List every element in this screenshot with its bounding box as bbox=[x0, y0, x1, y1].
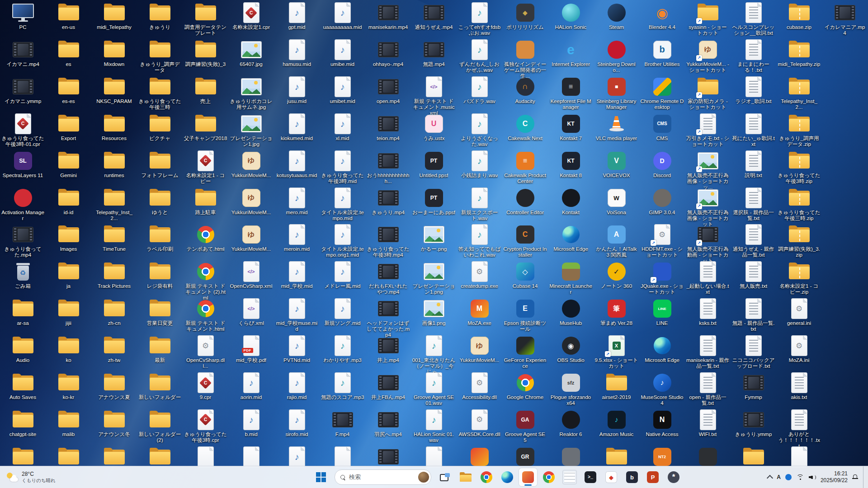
desktop-icon[interactable]: ✓ノートン 360 bbox=[594, 260, 638, 289]
desktop-icon[interactable]: ゆYukkuriMovieM... bbox=[229, 187, 273, 216]
desktop-icon[interactable]: 新しいフォルダー (2) bbox=[138, 408, 182, 443]
desktop-icon[interactable]: ♪Amazon Music bbox=[594, 408, 638, 437]
desktop-icon[interactable]: 選択肢 - 親作品一覧.txt bbox=[731, 187, 775, 221]
desktop-icon[interactable]: Fymmp bbox=[731, 371, 775, 400]
desktop-icon[interactable]: ♪答え知ってでもばいわこれ.wav bbox=[458, 223, 501, 258]
desktop-icon[interactable]: SLSpectraLayers 11 bbox=[1, 150, 45, 178]
desktop-icon[interactable]: 売上 bbox=[184, 75, 227, 104]
desktop-icon[interactable]: TimeTune bbox=[92, 223, 136, 252]
desktop-icon[interactable]: ♪Groove Agent SE 01.wav bbox=[412, 371, 456, 406]
desktop-icon[interactable]: midi_Telepathy.zip bbox=[777, 38, 821, 67]
desktop-icon[interactable]: ゆYukkuriMovieM... bbox=[229, 223, 273, 252]
desktop-icon[interactable]: ♪aorin.mid bbox=[229, 371, 273, 400]
desktop-icon[interactable]: 通知うぜえ.mp4 bbox=[412, 1, 456, 30]
desktop-icon[interactable]: かるー.png bbox=[412, 223, 456, 252]
desktop-icon[interactable]: きゅうり食ってた午後三時.zip bbox=[777, 187, 821, 221]
desktop-icon[interactable]: PTUntitled.ppsf bbox=[412, 150, 456, 178]
desktop-icon[interactable]: きゅうり食ってた.mp4 bbox=[1, 223, 45, 258]
desktop-icon[interactable]: ko-kr bbox=[47, 371, 90, 400]
desktop-icon[interactable]: cubase.zip bbox=[777, 1, 821, 30]
desktop-icon[interactable]: Telepathy_Inst_2... bbox=[92, 187, 136, 221]
desktop-icon[interactable]: Reaktor 6 bbox=[549, 408, 593, 437]
desktop-icon[interactable]: NNative Access bbox=[640, 408, 684, 437]
desktop-icon[interactable]: ≡Keepforest File Manager bbox=[549, 75, 593, 110]
desktop-icon[interactable]: ja bbox=[47, 260, 90, 289]
desktop-icon[interactable]: WIFI.txt bbox=[686, 408, 730, 437]
desktop-icon[interactable]: ohhayo-.mp4 bbox=[366, 38, 410, 67]
desktop-icon[interactable]: 井上FBん.mp4 bbox=[366, 371, 410, 400]
desktop-icon[interactable]: manisekarin - 親作品一覧.txt bbox=[686, 334, 730, 369]
taskbar-app-terminal[interactable]: >_ bbox=[581, 468, 599, 486]
desktop-icon[interactable]: Microsoft Edge bbox=[640, 334, 684, 363]
desktop-icon[interactable]: GIMP 3.0.4 bbox=[640, 187, 684, 216]
desktop-icon[interactable]: ♪gpt.mid bbox=[275, 1, 319, 30]
taskbar-app-file-explorer[interactable] bbox=[457, 468, 475, 486]
desktop-icon[interactable]: bBrother Utilities bbox=[640, 38, 684, 67]
desktop-icon[interactable] bbox=[138, 446, 182, 468]
desktop-icon[interactable]: ↗万引きメモ.txt - ショートカット bbox=[686, 113, 730, 147]
desktop-icon[interactable]: GeForce Experience bbox=[503, 334, 547, 369]
desktop-icon[interactable]: テンポあて.html bbox=[184, 223, 227, 252]
desktop-icon[interactable]: manisekarin.mp4 bbox=[366, 1, 410, 30]
desktop-icon[interactable]: ♪b.mid bbox=[229, 408, 273, 437]
desktop-icon[interactable]: ↗無人販売不正行為 画像 - ショートカッ... bbox=[686, 150, 730, 190]
desktop-icon[interactable]: ↗JQuake.exe - ショートカット bbox=[640, 260, 684, 295]
desktop-icon[interactable]: zh-tw bbox=[92, 334, 136, 363]
desktop-icon[interactable]: ♪ bbox=[275, 446, 319, 468]
desktop-icon[interactable]: ⚙↗HDDFMT.exe - ショートカット bbox=[640, 223, 684, 258]
desktop-icon[interactable]: open.mp4 bbox=[366, 75, 410, 104]
desktop-icon[interactable]: DDiscord bbox=[640, 150, 684, 178]
desktop-icon[interactable]: 説明.txt bbox=[731, 150, 775, 178]
desktop-icon[interactable]: ♪こってehすオfdsbぶお.wav bbox=[458, 1, 501, 36]
desktop-icon[interactable]: ♪mero.mid bbox=[275, 187, 319, 216]
taskbar-app-task-view[interactable] bbox=[436, 468, 454, 486]
desktop-icon[interactable]: 新規 テキスト ドキュメント (2).html bbox=[184, 260, 227, 301]
desktop-icon[interactable]: runtimes bbox=[92, 150, 136, 178]
desktop-icon[interactable]: ◇Cubase 14 bbox=[503, 260, 547, 289]
show-desktop-button[interactable] bbox=[863, 466, 865, 488]
desktop-icon[interactable]: CCrypton Product Installer bbox=[503, 223, 547, 258]
notification-bell-icon[interactable] bbox=[852, 474, 859, 480]
desktop-icon[interactable]: ♪メドレー風.mid bbox=[321, 260, 364, 289]
desktop-icon[interactable]: CCakewalk Next bbox=[503, 113, 547, 141]
desktop-icon[interactable]: ♪rajio.mid bbox=[275, 371, 319, 400]
desktop-icon[interactable]: ♪uaaaaaaaaa.mid bbox=[321, 1, 364, 30]
desktop-icon[interactable] bbox=[1, 446, 45, 468]
desktop-icon[interactable]: Track Pictures bbox=[92, 260, 136, 289]
desktop-icon[interactable]: ♪mid_学校.mid bbox=[275, 260, 319, 289]
desktop-icon[interactable] bbox=[92, 446, 136, 468]
desktop-icon[interactable]: EEpson 接続診断ツール bbox=[503, 297, 547, 332]
desktop-icon[interactable]: ⚙createdump.exe bbox=[458, 260, 501, 289]
desktop-icon[interactable]: ゆうと bbox=[138, 187, 182, 216]
desktop-icon[interactable]: ♪mid_学校muse.mid bbox=[275, 297, 319, 332]
desktop-icon[interactable]: KTKontakt 7 bbox=[549, 113, 593, 141]
desktop-icon[interactable]: VLC media player bbox=[594, 113, 638, 141]
desktop-icon[interactable]: ∩Audacity bbox=[503, 75, 547, 104]
desktop-icon[interactable]: ♪meroin.mid bbox=[275, 223, 319, 252]
desktop-icon[interactable]: ♻ごみ箱 bbox=[1, 260, 45, 289]
desktop-icon[interactable]: ♪きゅうり食ってた午後3時.mid bbox=[321, 150, 364, 184]
desktop-icon[interactable]: VVOICEVOX bbox=[594, 150, 638, 178]
desktop-icon[interactable]: open - 親作品一覧.txt bbox=[686, 371, 730, 406]
desktop-icon[interactable]: 孤独なインディーゲーム開発者の一生... bbox=[503, 38, 547, 79]
desktop-icon[interactable]: _起動しない場合.txt bbox=[686, 260, 730, 295]
desktop-icon[interactable]: teion.mp4 bbox=[366, 113, 410, 141]
taskbar-app-chrome-profile-2[interactable] bbox=[540, 468, 558, 486]
desktop-icon[interactable]: </>OpenCvSharp.xml bbox=[229, 260, 273, 289]
desktop-icon[interactable]: ♪kotusytuaaus.mid bbox=[275, 150, 319, 178]
desktop-icon[interactable] bbox=[47, 446, 90, 468]
desktop-icon[interactable]: Steinberg Downlo... bbox=[594, 38, 638, 73]
taskbar-app-chrome[interactable] bbox=[477, 468, 495, 486]
desktop-icon[interactable]: ♪HALion Sonic 01.wav bbox=[412, 408, 456, 443]
desktop-icon[interactable]: ゆYukkuriMovieM... bbox=[458, 334, 501, 363]
desktop-icon[interactable]: 調声練習(失敗)_3.zip bbox=[777, 223, 821, 258]
desktop-icon[interactable]: C9.cpr bbox=[184, 371, 227, 400]
desktop-icon[interactable]: Auto Saves bbox=[1, 371, 45, 400]
desktop-icon[interactable] bbox=[777, 446, 821, 468]
desktop-icon[interactable]: プレゼンテーション1.png bbox=[412, 260, 456, 295]
desktop-icon[interactable]: 路上駐車 bbox=[184, 187, 227, 216]
desktop-icon[interactable]: プレゼンテーション1.jpg bbox=[229, 113, 273, 147]
desktop-icon[interactable]: ♪わかりやす.mp3 bbox=[321, 334, 364, 363]
desktop-icon[interactable]: es bbox=[47, 38, 90, 67]
desktop-icon[interactable]: ≡Cakewalk Product Center bbox=[503, 150, 547, 184]
